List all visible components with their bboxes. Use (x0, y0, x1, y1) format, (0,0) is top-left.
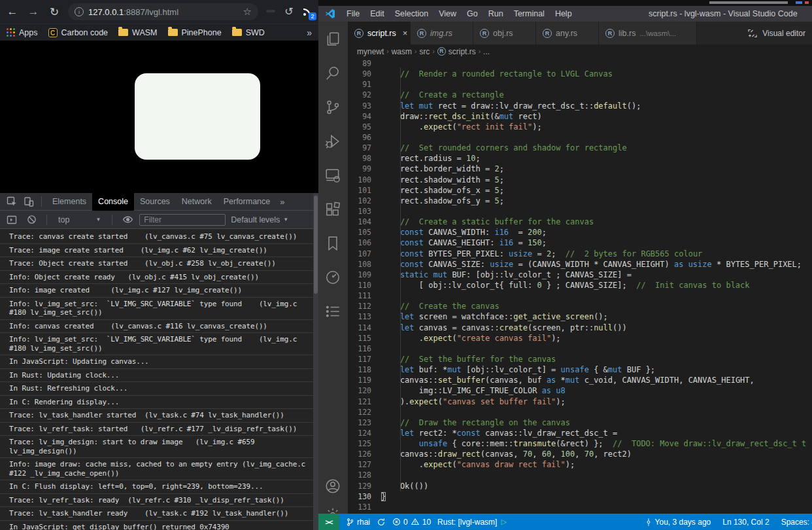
console-levels-dropdown[interactable]: Default levels▼ (231, 215, 288, 224)
code-line: 122 (348, 407, 812, 417)
browser-toolbar: ← → ↻ i 127.0.0.1:8887/lvgl.html ☆ ↺ 2 (0, 0, 318, 24)
back-icon[interactable]: ← (5, 5, 20, 18)
code-line: 105 const CANVAS_WIDTH: i16 = 200; (348, 227, 812, 238)
tab-any-rs[interactable]: Rany.rs (536, 22, 599, 44)
git-branch-item[interactable]: rhai (346, 518, 370, 527)
line-number: 122 (348, 407, 371, 417)
breadcrumb-item[interactable]: mynewt (357, 47, 384, 56)
extension-face-icon[interactable] (265, 6, 277, 18)
code-text: rect.border_width = 2; (371, 164, 504, 174)
code-line: 127 .expect("canvas draw rect fail"); (348, 459, 812, 470)
breadcrumb-item[interactable]: src (419, 47, 430, 56)
remote-indicator[interactable]: >< (318, 514, 339, 530)
bookmark-label: Carbon code (61, 28, 109, 37)
devtools-tab-performance[interactable]: Performance (218, 193, 277, 211)
code-text: .expect("canvas draw rect fail"); (371, 459, 575, 470)
menu-terminal[interactable]: Terminal (509, 6, 550, 22)
menu-go[interactable]: Go (462, 6, 483, 22)
bookmarks-overflow-icon[interactable]: » (307, 27, 312, 38)
sync-item[interactable] (377, 518, 386, 527)
inspect-element-icon[interactable] (4, 195, 20, 208)
account-icon[interactable] (324, 478, 343, 496)
forward-icon[interactable]: → (26, 5, 41, 18)
menu-selection[interactable]: Selection (390, 6, 433, 22)
console-message-text: Info: canvas created (lv_canvas.c #116 l… (9, 322, 306, 331)
menu-run[interactable]: Run (483, 6, 509, 22)
run-icon[interactable]: ▷ (501, 518, 506, 526)
code-text: rect.shadow_width = 5; (371, 175, 504, 185)
visual-editor-icon[interactable] (747, 28, 758, 39)
indentation-setting[interactable]: Spaces: 4 (781, 518, 812, 527)
live-expression-eye-icon[interactable] (120, 213, 135, 226)
line-number: 90 (348, 69, 371, 79)
devtools-more-tabs-icon[interactable]: » (280, 197, 284, 207)
bookmark-item-wasm[interactable]: WASM (118, 28, 157, 37)
console-message: Trace: lv_task_handler started (lv_task.… (0, 409, 318, 423)
devtools-tab-sources[interactable]: Sources (134, 193, 176, 211)
bookmark-item-apps[interactable]: Apps (7, 28, 38, 37)
console-message: In Rust: Refreshing clock... (0, 382, 318, 396)
tab-lib-rs[interactable]: Rlib.rs...\wasm\... (599, 22, 697, 44)
lvgl-rendered-rectangle (135, 73, 260, 160)
menu-edit[interactable]: Edit (365, 6, 390, 22)
url-bar[interactable]: i 127.0.0.1:8887/lvgl.html ☆ (68, 3, 258, 20)
code-text: // Set the buffer for the canvas (371, 354, 556, 364)
tab-script-rs[interactable]: Rscript.rs× (348, 22, 411, 44)
run-debug-icon[interactable] (324, 133, 343, 151)
remote-explorer-icon[interactable] (324, 167, 343, 185)
breadcrumb-item[interactable]: ... (483, 47, 490, 56)
code-line: 126 canvas::draw_rect(canvas, 70, 60, 10… (348, 449, 812, 459)
menu-help[interactable]: Help (550, 6, 577, 22)
bookmark-star-icon[interactable]: ☆ (243, 6, 252, 18)
tab-img-rs[interactable]: Rimg.rs (411, 22, 473, 44)
extensions-icon[interactable] (324, 201, 343, 219)
code-line: 128 (348, 470, 812, 480)
line-number: 129 (348, 481, 371, 491)
bookmark-item-swd[interactable]: SWD (232, 28, 265, 37)
bookmarks-icon[interactable] (324, 235, 343, 253)
devtools-tab-network[interactable]: Network (176, 193, 218, 211)
site-info-icon[interactable]: i (75, 7, 84, 16)
language-mode-item[interactable]: Rust: [lvgl-wasm]▷ (437, 518, 507, 527)
search-icon[interactable] (324, 65, 343, 83)
code-line: 119 canvas::set_buffer(canvas, buf as *m… (348, 375, 812, 385)
code-text: // Render a rounded rectangle to LVGL Ca… (371, 69, 613, 79)
console-message-text: Info: image created (lv_img.c #127 lv_im… (9, 286, 306, 295)
source-control-icon[interactable] (324, 99, 343, 117)
tab-obj-rs[interactable]: Robj.rs (473, 22, 536, 44)
breadcrumb-item[interactable]: script.rs (448, 47, 476, 56)
close-icon[interactable]: × (403, 28, 408, 38)
console-filter-input[interactable] (139, 214, 226, 226)
console-sidebar-icon[interactable] (4, 213, 20, 226)
devtools-tab-console[interactable]: Console (92, 193, 134, 211)
console-context-selector[interactable]: top▼ (54, 215, 105, 224)
blame-item[interactable]: You, 3 days ago (645, 518, 711, 527)
bookmark-item-carbon-code[interactable]: CCarbon code (48, 28, 109, 37)
line-number: 113 (348, 311, 371, 322)
menu-file[interactable]: File (341, 6, 365, 22)
extension-history-icon[interactable]: ↺ (283, 6, 295, 18)
todo-list-icon[interactable] (324, 303, 343, 321)
files-icon[interactable] (324, 31, 343, 49)
cursor-position[interactable]: Ln 130, Col 2 (722, 518, 769, 527)
device-toolbar-icon[interactable] (21, 195, 37, 208)
console-message: Info: lv_img_set_src: `LV_IMG_SRC_VARIAB… (0, 333, 318, 355)
code-editor[interactable]: 8990 // Render a rounded rectangle to LV… (348, 58, 812, 514)
menu-view[interactable]: View (433, 6, 462, 22)
code-line: 97 // Set rounded corners and shadow for… (348, 143, 812, 153)
extension-rss-icon[interactable]: 2 (301, 6, 313, 18)
editor-action-label[interactable]: Visual editor (762, 29, 805, 38)
code-text (371, 470, 381, 480)
breadcrumb-item[interactable]: wasm (392, 47, 412, 56)
devtools-tabs: ElementsConsoleSourcesNetworkPerformance (46, 193, 276, 211)
clear-console-icon[interactable] (24, 213, 39, 226)
code-line: 106 const CANVAS_HEIGHT: i16 = 150; (348, 238, 812, 248)
url-text[interactable]: 127.0.0.1:8887/lvgl.html (88, 7, 178, 17)
bookmark-item-pinephone[interactable]: PinePhone (168, 28, 222, 37)
line-number: 118 (348, 364, 371, 375)
problems-item[interactable]: 0 10 (392, 518, 431, 527)
browser-scrollbar[interactable] (313, 193, 318, 530)
devtools-tab-elements[interactable]: Elements (46, 193, 92, 211)
reload-icon[interactable]: ↻ (47, 5, 61, 19)
timeline-icon[interactable] (324, 269, 343, 287)
